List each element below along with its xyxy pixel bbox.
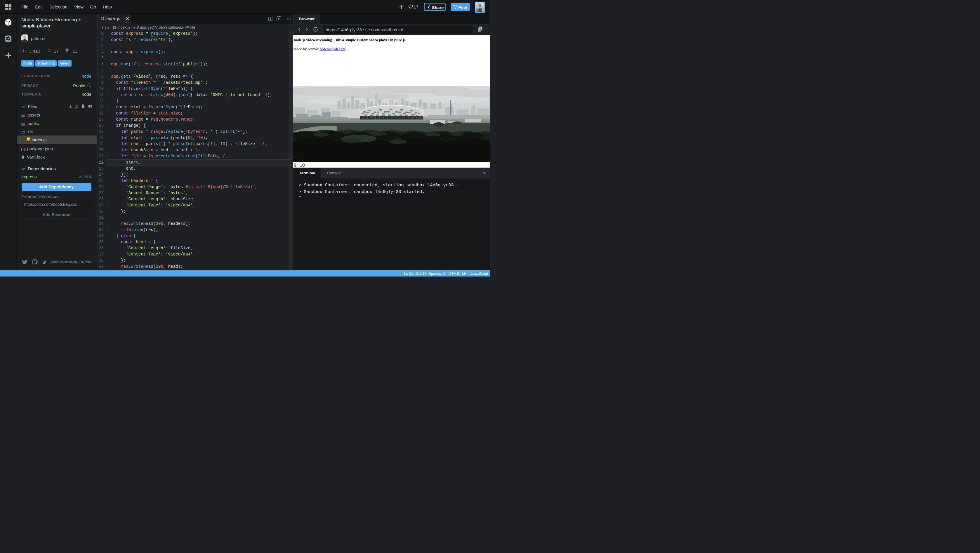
svg-text:?: ?: [89, 84, 90, 87]
